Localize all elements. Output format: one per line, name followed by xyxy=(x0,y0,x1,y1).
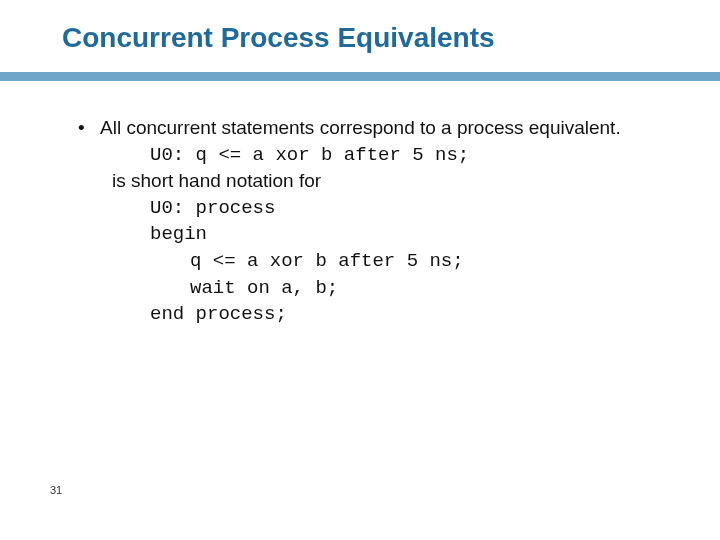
title-underline xyxy=(0,72,720,81)
code-line-6: end process; xyxy=(100,301,670,328)
bullet-text: All concurrent statements correspond to … xyxy=(100,115,670,142)
slide: Concurrent Process Equivalents • All con… xyxy=(0,0,720,540)
shorthand-text: is short hand notation for xyxy=(100,168,670,195)
content-area: • All concurrent statements correspond t… xyxy=(0,81,720,328)
bullet-marker: • xyxy=(78,115,100,328)
bullet-body: All concurrent statements correspond to … xyxy=(100,115,670,328)
bullet-item: • All concurrent statements correspond t… xyxy=(78,115,670,328)
page-number: 31 xyxy=(50,484,62,496)
code-line-1: U0: q <= a xor b after 5 ns; xyxy=(100,142,670,169)
code-line-3: begin xyxy=(100,221,670,248)
code-line-4: q <= a xor b after 5 ns; xyxy=(100,248,670,275)
slide-title: Concurrent Process Equivalents xyxy=(62,22,720,54)
title-block: Concurrent Process Equivalents xyxy=(0,0,720,54)
code-line-2: U0: process xyxy=(100,195,670,222)
code-line-5: wait on a, b; xyxy=(100,275,670,302)
